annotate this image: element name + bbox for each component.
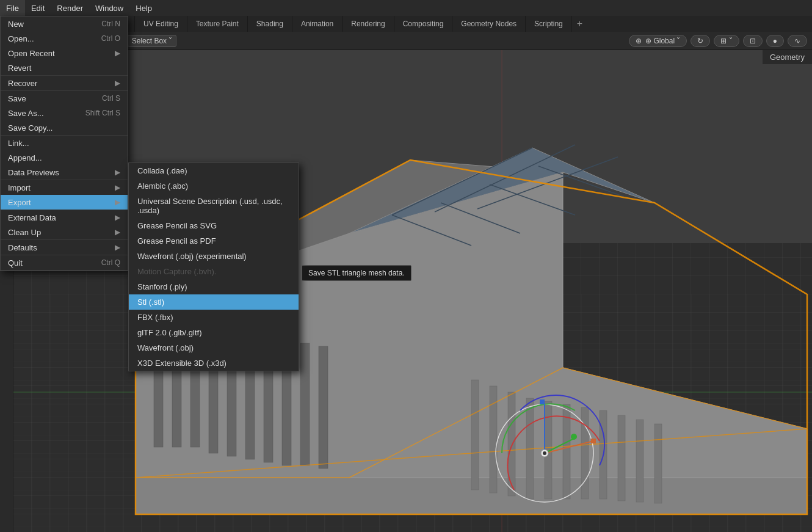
svg-point-45 <box>571 434 577 440</box>
menu-append[interactable]: Append... <box>1 150 128 165</box>
stl-tooltip: Save STL triangle mesh data. <box>302 265 411 281</box>
export-grease-pencil-pdf[interactable]: Grease Pencil as PDF <box>129 233 299 249</box>
export-collada[interactable]: Collada (.dae) <box>129 163 299 178</box>
svg-rect-31 <box>563 404 570 499</box>
menu-link[interactable]: Link... <box>1 136 128 150</box>
svg-rect-32 <box>581 407 589 499</box>
transform-pivot[interactable]: ↻ <box>691 35 710 47</box>
file-menu-section-8: Quit Ctrl Q <box>1 255 128 271</box>
file-menu-section-4: Link... Append... Data Previews ▶ <box>1 136 128 180</box>
svg-rect-34 <box>618 415 625 501</box>
geometry-label: Geometry <box>763 50 812 64</box>
menu-data-previews[interactable]: Data Previews ▶ <box>1 165 128 180</box>
file-menu: New Ctrl N Open... Ctrl O Open Recent ▶ … <box>0 16 128 271</box>
menu-open-recent[interactable]: Open Recent ▶ <box>1 46 128 60</box>
viewport-shading-rendered[interactable]: ∿ <box>788 35 807 47</box>
proportional-edit[interactable]: ⊡ <box>743 35 763 47</box>
svg-rect-36 <box>654 424 662 503</box>
file-menu-section-3: Save Ctrl S Save As... Shift Ctrl S Save… <box>1 91 128 136</box>
file-menu-section-5: Import ▶ Export ▶ <box>1 180 128 210</box>
export-wavefront-exp[interactable]: Wavefront (.obj) (experimental) <box>129 249 299 264</box>
tab-rendering[interactable]: Rendering <box>343 16 394 32</box>
tab-uv-editing[interactable]: UV Editing <box>135 16 187 32</box>
menu-quit[interactable]: Quit Ctrl Q <box>1 255 128 270</box>
tab-animation[interactable]: Animation <box>292 16 343 32</box>
snapping-options[interactable]: ⊞ ˅ <box>714 35 739 47</box>
menu-render[interactable]: Render <box>51 0 89 16</box>
menu-file[interactable]: File <box>0 0 25 16</box>
menu-window[interactable]: Window <box>89 0 129 16</box>
menu-save-copy[interactable]: Save Copy... <box>1 120 128 135</box>
menu-revert[interactable]: Revert <box>1 60 128 75</box>
tab-scripting[interactable]: Scripting <box>526 16 572 32</box>
menu-new[interactable]: New Ctrl N <box>1 16 128 31</box>
tab-texture-paint[interactable]: Texture Paint <box>187 16 248 32</box>
export-usd[interactable]: Universal Scene Description (.usd, .usdc… <box>129 194 299 218</box>
menu-import[interactable]: Import ▶ <box>1 180 128 195</box>
svg-rect-44 <box>591 439 596 443</box>
export-x3d[interactable]: X3D Extensible 3D (.x3d) <box>129 355 299 371</box>
svg-rect-26 <box>471 380 479 490</box>
menu-defaults[interactable]: Defaults ▶ <box>1 240 128 255</box>
svg-rect-35 <box>636 420 643 502</box>
tab-geometry-nodes[interactable]: Geometry Nodes <box>452 16 526 32</box>
export-stl[interactable]: Stl (.stl) <box>129 294 299 310</box>
menu-open[interactable]: Open... Ctrl O <box>1 31 128 46</box>
viewport-shading-solid[interactable]: ● <box>766 35 784 47</box>
tab-shading[interactable]: Shading <box>248 16 292 32</box>
menu-save-as[interactable]: Save As... Shift Ctrl S <box>1 106 128 120</box>
file-menu-section-7: Defaults ▶ <box>1 240 128 255</box>
menu-edit[interactable]: Edit <box>25 0 51 16</box>
global-transform[interactable]: ⊕ ⊕ Global ˅ <box>629 35 687 47</box>
svg-point-47 <box>543 451 546 455</box>
menu-clean-up[interactable]: Clean Up ▶ <box>1 225 128 239</box>
menu-save[interactable]: Save Ctrl S <box>1 91 128 106</box>
svg-rect-24 <box>300 343 310 465</box>
menu-external-data[interactable]: External Data ▶ <box>1 210 128 225</box>
svg-rect-25 <box>319 346 328 468</box>
menu-export[interactable]: Export ▶ <box>1 195 128 210</box>
export-gltf[interactable]: glTF 2.0 (.glb/.gltf) <box>129 325 299 340</box>
file-menu-section-1: New Ctrl N Open... Ctrl O Open Recent ▶ … <box>1 16 128 76</box>
menu-help[interactable]: Help <box>129 0 158 16</box>
drag-select[interactable]: Select Box ˅ <box>128 35 177 47</box>
svg-rect-43 <box>540 399 545 404</box>
tab-add[interactable]: + <box>572 18 587 29</box>
file-menu-section-2: Recover ▶ <box>1 76 128 91</box>
export-stanford[interactable]: Stanford (.ply) <box>129 279 299 294</box>
export-submenu: Collada (.dae) Alembic (.abc) Universal … <box>128 162 299 371</box>
global-icon: ⊕ <box>636 37 642 45</box>
tab-compositing[interactable]: Compositing <box>394 16 453 32</box>
export-fbx[interactable]: FBX (.fbx) <box>129 310 299 325</box>
export-wavefront[interactable]: Wavefront (.obj) <box>129 340 299 355</box>
menu-bar: File Edit Render Window Help <box>0 0 812 16</box>
menu-recover[interactable]: Recover ▶ <box>1 76 128 90</box>
export-alembic[interactable]: Alembic (.abc) <box>129 178 299 194</box>
svg-rect-28 <box>508 392 515 496</box>
file-menu-section-6: External Data ▶ Clean Up ▶ <box>1 210 128 240</box>
export-motion-capture: Motion Capture (.bvh). <box>129 264 299 279</box>
export-grease-pencil-svg[interactable]: Grease Pencil as SVG <box>129 218 299 233</box>
